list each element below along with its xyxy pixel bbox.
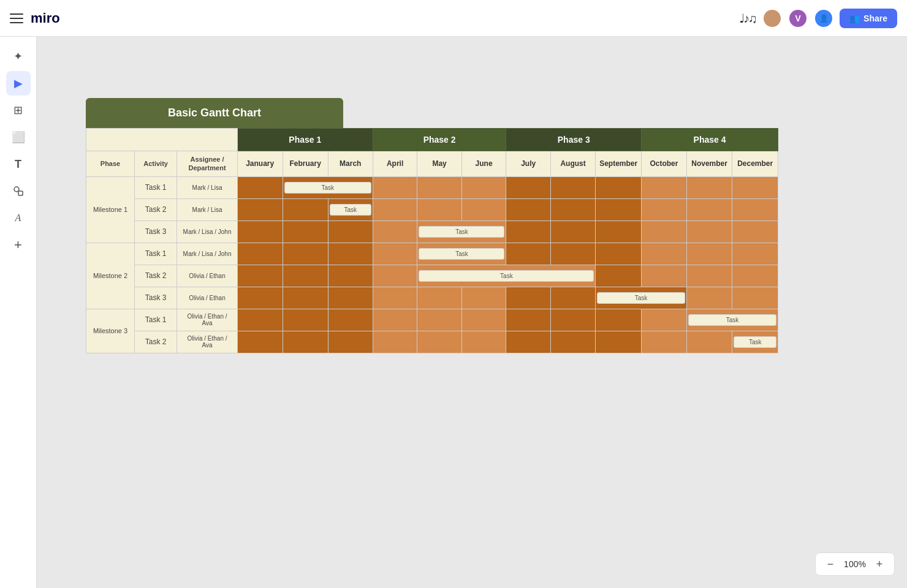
phase3-header: Phase 3 (506, 129, 642, 151)
m2-task3-label: Task 3 (135, 287, 177, 309)
table-row: Task 3 Mark / Lisa / John Task (86, 221, 778, 243)
month-mar: March (328, 151, 373, 177)
sidebar: ✦ ▶ ⊞ ⬜ T A + (0, 37, 37, 588)
month-sep: September (596, 151, 642, 177)
table-row: Milestone 2 Task 1 Mark / Lisa / John Ta… (86, 243, 778, 265)
month-jan: January (237, 151, 283, 177)
task-bar: Task (688, 314, 776, 326)
task-bar: Task (284, 182, 371, 194)
music-icon: ♩♪♫ (739, 11, 756, 26)
logo: miro (31, 10, 60, 26)
month-nov: November (686, 151, 732, 177)
svg-rect-1 (18, 191, 23, 195)
avatar-1 (762, 9, 782, 28)
table-row: Task 2 Olivia / Ethan / Ava Task (86, 331, 778, 353)
month-dec: December (732, 151, 778, 177)
task-bar: Task (419, 248, 504, 260)
zoom-controls: − 100% + (815, 552, 895, 576)
m3-task2-assignee: Olivia / Ethan / Ava (177, 331, 238, 353)
avatar-blue: 👤 (814, 9, 833, 28)
topbar-left: miro (10, 10, 60, 26)
gantt-table: Phase 1 Phase 2 Phase 3 Phase 4 Phase Ac… (86, 128, 778, 353)
m1-task1-assignee: Mark / Lisa (177, 176, 238, 198)
task-bar: Task (330, 204, 371, 216)
m2-task1-label: Task 1 (135, 243, 177, 265)
task-bar: Task (419, 226, 504, 238)
table-row: Milestone 3 Task 1 Olivia / Ethan / Ava … (86, 309, 778, 331)
phase2-header: Phase 2 (373, 129, 506, 151)
m3-task2-label: Task 2 (135, 331, 177, 353)
m1-task3-label: Task 3 (135, 221, 177, 243)
zoom-in-button[interactable]: + (872, 557, 887, 571)
phase4-header: Phase 4 (642, 129, 778, 151)
m1-task3-assignee: Mark / Lisa / John (177, 221, 238, 243)
cursor-icon[interactable]: ▶ (6, 71, 31, 96)
table-row: Task 3 Olivia / Ethan Task (86, 287, 778, 309)
topbar: miro ♩♪♫ V 👤 👥 Share (0, 0, 907, 37)
m2-task3-assignee: Olivia / Ethan (177, 287, 238, 309)
zoom-out-button[interactable]: − (823, 557, 838, 571)
zoom-level: 100% (843, 559, 867, 569)
month-aug: August (550, 151, 595, 177)
table-icon[interactable]: ⊞ (6, 98, 31, 123)
m2-task1-assignee: Mark / Lisa / John (177, 243, 238, 265)
pen-icon[interactable]: A (6, 206, 31, 230)
task-bar: Task (419, 270, 594, 282)
m2-task2-label: Task 2 (135, 265, 177, 287)
milestone1-label: Milestone 1 (86, 176, 135, 243)
gantt-chart: Basic Gantt Chart Phase 1 Phase 2 Phase … (86, 98, 778, 353)
topbar-right: ♩♪♫ V 👤 👥 Share (739, 9, 897, 28)
text-icon[interactable]: T (6, 152, 31, 176)
phase-header-row: Phase 1 Phase 2 Phase 3 Phase 4 (86, 129, 778, 151)
m1-task2-label: Task 2 (135, 198, 177, 221)
m2-task2-assignee: Olivia / Ethan (177, 265, 238, 287)
month-jun: June (461, 151, 506, 177)
m3-task1-assignee: Olivia / Ethan / Ava (177, 309, 238, 331)
share-label: Share (863, 13, 887, 23)
month-may: May (417, 151, 461, 177)
milestone2-label: Milestone 2 (86, 243, 135, 309)
phase1-header: Phase 1 (237, 129, 373, 151)
m1-task2-assignee: Mark / Lisa (177, 198, 238, 221)
add-icon[interactable]: + (6, 233, 31, 257)
share-button[interactable]: 👥 Share (840, 9, 897, 28)
share-icon: 👥 (849, 13, 860, 23)
task-bar: Task (734, 336, 776, 348)
month-feb: February (283, 151, 328, 177)
table-row: Task 2 Mark / Lisa Task (86, 198, 778, 221)
sticky-note-icon[interactable]: ⬜ (6, 125, 31, 149)
milestone3-label: Milestone 3 (86, 309, 135, 353)
gantt-title: Basic Gantt Chart (86, 98, 343, 128)
menu-icon[interactable] (10, 13, 23, 23)
canvas: Basic Gantt Chart Phase 1 Phase 2 Phase … (37, 37, 907, 588)
shapes-icon[interactable] (6, 179, 31, 203)
table-row: Task 2 Olivia / Ethan Task (86, 265, 778, 287)
task-bar: Task (597, 292, 685, 304)
table-row: Milestone 1 Task 1 Mark / Lisa Task (86, 176, 778, 198)
avatar-v: V (788, 9, 808, 28)
month-jul: July (506, 151, 550, 177)
sparkle-icon[interactable]: ✦ (6, 44, 31, 69)
m1-task1-label: Task 1 (135, 176, 177, 198)
month-header-row: Phase Activity Assignee /Department Janu… (86, 151, 778, 177)
month-oct: October (642, 151, 687, 177)
month-apr: April (373, 151, 417, 177)
m3-task1-label: Task 1 (135, 309, 177, 331)
